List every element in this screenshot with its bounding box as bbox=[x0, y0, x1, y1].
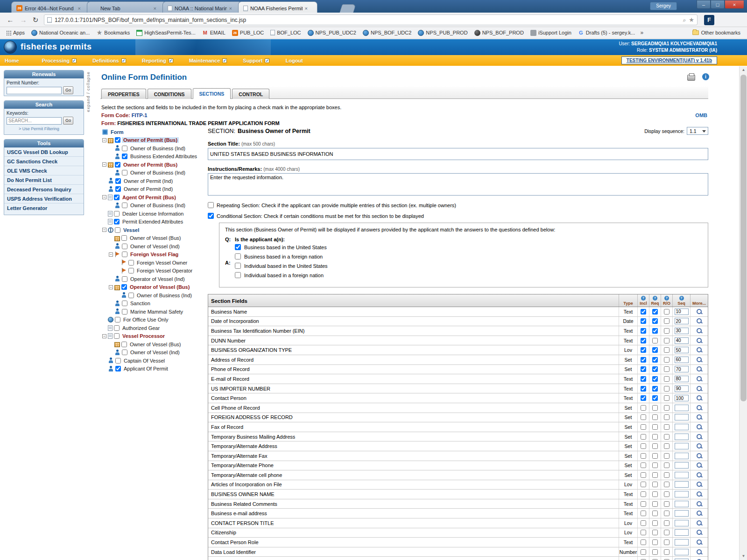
magnifier-icon[interactable] bbox=[696, 443, 703, 449]
seq-input[interactable] bbox=[675, 529, 689, 536]
browser-tab[interactable]: New Tab × bbox=[87, 1, 166, 13]
magnifier-icon[interactable] bbox=[696, 472, 703, 478]
magnifier-icon[interactable] bbox=[696, 405, 703, 411]
new-tab-button[interactable] bbox=[339, 4, 356, 13]
tree-node-label[interactable]: Applicant Of Permit bbox=[122, 366, 169, 371]
nav-checkbox-icon[interactable] bbox=[265, 58, 269, 63]
collapse-icon[interactable]: − bbox=[109, 252, 113, 257]
magnifier-icon[interactable] bbox=[696, 491, 703, 497]
ro-checkbox[interactable] bbox=[664, 347, 669, 353]
tree-node-label[interactable]: Owner of Business (Ind) bbox=[135, 293, 193, 298]
help-icon[interactable]: ? bbox=[664, 296, 669, 301]
req-checkbox[interactable] bbox=[652, 338, 658, 343]
req-checkbox[interactable] bbox=[652, 530, 658, 535]
renewals-go-button[interactable]: Go bbox=[63, 86, 73, 94]
other-bookmarks[interactable]: Other bookmarks bbox=[692, 30, 744, 35]
tree-node-checkbox[interactable] bbox=[115, 137, 120, 143]
incl-checkbox[interactable] bbox=[641, 520, 646, 526]
ro-checkbox[interactable] bbox=[664, 491, 669, 497]
req-checkbox[interactable] bbox=[652, 424, 658, 430]
magnifier-icon[interactable] bbox=[696, 462, 703, 469]
tree-node[interactable]: − Vessel Processor bbox=[102, 332, 207, 341]
seq-input[interactable] bbox=[675, 366, 689, 372]
seq-input[interactable] bbox=[675, 472, 689, 478]
tree-root[interactable]: Form bbox=[102, 128, 207, 136]
ro-checkbox[interactable] bbox=[664, 462, 669, 468]
section-title-input[interactable] bbox=[208, 148, 708, 160]
tree-node-checkbox[interactable] bbox=[115, 366, 121, 371]
bookmark-item[interactable]: Bookmarks bbox=[93, 30, 133, 36]
req-checkbox[interactable] bbox=[652, 501, 658, 507]
tree-node[interactable]: − Owner of Vessel (Ind) bbox=[102, 242, 207, 251]
incl-checkbox[interactable] bbox=[641, 530, 646, 535]
tab-close-icon[interactable]: × bbox=[154, 6, 156, 11]
req-checkbox[interactable] bbox=[652, 453, 658, 459]
nav-checkbox-icon[interactable] bbox=[222, 58, 227, 63]
close-button[interactable]: × bbox=[725, 0, 744, 9]
tree-node-label[interactable]: Captain Of Vessel bbox=[122, 358, 166, 364]
tree-node[interactable]: − Owner of Permit (Bus) bbox=[102, 136, 207, 145]
magnifier-icon[interactable] bbox=[696, 308, 703, 315]
req-checkbox[interactable] bbox=[652, 482, 658, 487]
tool-link[interactable]: USCG Vessel DB Lookup bbox=[4, 147, 84, 157]
req-checkbox[interactable] bbox=[652, 357, 658, 363]
tree-node-label[interactable]: Owner of Vessel (Bus) bbox=[128, 235, 182, 241]
tree-node[interactable]: − Vessel bbox=[102, 226, 207, 234]
seq-input[interactable] bbox=[675, 510, 689, 517]
reload-button[interactable]: ↻ bbox=[30, 14, 41, 26]
magnifier-icon[interactable] bbox=[696, 347, 703, 353]
tree-node-checkbox[interactable] bbox=[115, 227, 120, 233]
incl-checkbox[interactable] bbox=[641, 549, 646, 555]
ro-checkbox[interactable] bbox=[664, 511, 669, 516]
tree-node-label[interactable]: Dealer License Information bbox=[121, 211, 185, 217]
tree-node-label[interactable]: Owner of Vessel (Ind) bbox=[129, 244, 181, 249]
tree-node-label[interactable]: Vessel Processor bbox=[121, 333, 166, 339]
magnifier-icon[interactable] bbox=[696, 434, 703, 440]
tree-node-checkbox[interactable] bbox=[115, 178, 121, 184]
magnifier-icon[interactable] bbox=[696, 376, 703, 382]
tree-node-checkbox[interactable] bbox=[121, 342, 127, 347]
bookmark-item[interactable]: PUB_LOC bbox=[229, 30, 267, 36]
req-checkbox[interactable] bbox=[652, 366, 658, 372]
help-icon[interactable]: ? bbox=[679, 296, 684, 301]
bookmark-item[interactable]: EMAIL bbox=[199, 30, 229, 36]
seq-input[interactable] bbox=[675, 434, 689, 440]
magnifier-icon[interactable] bbox=[696, 453, 703, 459]
tab-close-icon[interactable]: × bbox=[78, 6, 81, 11]
incl-checkbox[interactable] bbox=[641, 482, 646, 487]
tree-node[interactable]: − For Office Use Only bbox=[102, 316, 207, 324]
tree-node-checkbox[interactable] bbox=[114, 195, 120, 200]
answer-checkbox[interactable] bbox=[235, 263, 241, 269]
req-checkbox[interactable] bbox=[652, 347, 658, 353]
seq-input[interactable] bbox=[675, 539, 689, 546]
incl-checkbox[interactable] bbox=[641, 386, 646, 392]
tool-link[interactable]: GC Sanctions Check bbox=[4, 157, 84, 166]
collapse-icon[interactable]: − bbox=[102, 228, 106, 232]
tree-node-checkbox[interactable] bbox=[128, 268, 134, 273]
tree-node[interactable]: − Sanction bbox=[102, 300, 207, 308]
ro-checkbox[interactable] bbox=[664, 366, 669, 372]
print-icon[interactable] bbox=[687, 75, 695, 81]
seq-input[interactable] bbox=[675, 385, 689, 392]
permit-filtering-link[interactable]: > Use Permit Filtering bbox=[19, 126, 81, 131]
tree-node[interactable]: − Owner of Business (Ind) bbox=[102, 169, 207, 177]
page-scrollbar[interactable]: ▲ ▼ bbox=[739, 66, 747, 560]
tree-node-label[interactable]: Owner of Vessel (Bus) bbox=[128, 342, 182, 347]
scroll-down-arrow[interactable]: ▼ bbox=[740, 553, 747, 560]
req-checkbox[interactable] bbox=[652, 520, 658, 526]
seq-input[interactable] bbox=[675, 405, 689, 411]
incl-checkbox[interactable] bbox=[641, 424, 646, 430]
req-checkbox[interactable] bbox=[652, 318, 658, 324]
ro-checkbox[interactable] bbox=[664, 318, 669, 324]
extension-icon[interactable]: F bbox=[704, 15, 714, 25]
tree-node-checkbox[interactable] bbox=[122, 154, 127, 159]
tool-link[interactable]: OLE VMS Check bbox=[4, 166, 84, 175]
incl-checkbox[interactable] bbox=[641, 309, 646, 315]
tool-link[interactable]: Letter Generator bbox=[4, 203, 84, 213]
tab-close-icon[interactable]: × bbox=[229, 6, 232, 11]
req-checkbox[interactable] bbox=[652, 434, 658, 440]
tree-node[interactable]: − Owner of Permit (Ind) bbox=[102, 185, 207, 194]
tool-link[interactable]: Do Not Permit List bbox=[4, 175, 84, 185]
ro-checkbox[interactable] bbox=[664, 376, 669, 382]
seq-input[interactable] bbox=[675, 520, 689, 526]
